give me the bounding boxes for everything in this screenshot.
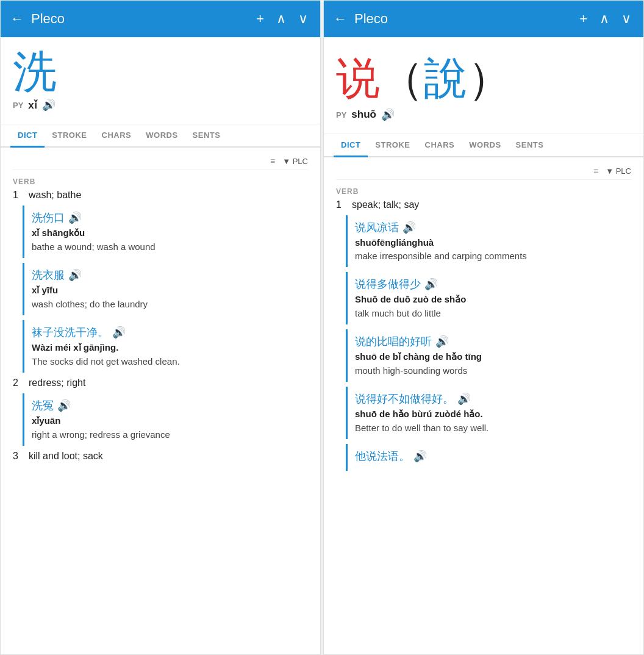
example-speaker-1-3-shuo[interactable]: 🔊	[435, 335, 449, 348]
example-chinese-2-1-xi: 洗冤 🔊	[32, 398, 308, 413]
pinyin-row-shuo: PY shuō 🔊	[336, 108, 631, 121]
example-chinese-1-3-xi: 袜子没洗干净。 🔊	[32, 325, 308, 340]
tab-words-shuo[interactable]: WORDS	[462, 134, 508, 156]
example-1-1-xi: 洗伤口 🔊 xǐ shāngkǒu bathe a wound; wash a …	[23, 206, 308, 258]
example-1-3-xi: 袜子没洗干净。 🔊 Wàzi méi xǐ gānjìng. The socks…	[23, 320, 308, 373]
content-shuo: ≡ ▼ PLC VERB 1 speak; talk; say 说风凉话 🔊 s…	[324, 157, 643, 654]
plus-button-xi[interactable]: +	[254, 11, 267, 27]
main-character-shuo: 说	[336, 56, 380, 100]
py-label-xi: PY	[13, 101, 23, 110]
filter-icon-shuo[interactable]: ≡	[593, 166, 598, 176]
example-char-1-3-shuo: 说的比唱的好听	[355, 334, 432, 349]
traditional-char-shuo: 說	[424, 49, 468, 108]
entry-number-1-xi: 1	[13, 190, 24, 201]
char-section-shuo: 说 （ 說 ） PY shuō 🔊	[324, 37, 643, 134]
tab-dict-shuo[interactable]: DICT	[334, 134, 368, 157]
filter-plc-xi[interactable]: ▼ PLC	[282, 157, 308, 166]
back-button-shuo[interactable]: ←	[334, 11, 347, 27]
filter-row-shuo: ≡ ▼ PLC	[336, 162, 631, 180]
example-translation-1-2-shuo: talk much but do little	[355, 307, 631, 320]
entry-1-xi: 1 wash; bathe	[13, 190, 308, 201]
example-translation-2-1-xi: right a wrong; redress a grievance	[32, 428, 308, 441]
up-button-shuo[interactable]: ∧	[597, 11, 612, 27]
example-pinyin-1-3-xi: Wàzi méi xǐ gānjìng.	[32, 342, 308, 353]
example-char-1-3-xi: 袜子没洗干净。	[32, 325, 109, 340]
filter-plc-shuo[interactable]: ▼ PLC	[606, 166, 631, 176]
example-translation-1-3-xi: The socks did not get washed clean.	[32, 355, 308, 368]
example-pinyin-1-3-shuo: shuō de bǐ chàng de hǎo tīng	[355, 351, 631, 362]
example-2-1-xi: 洗冤 🔊 xǐyuān right a wrong; redress a gri…	[23, 393, 308, 446]
filter-row-xi: ≡ ▼ PLC	[13, 152, 308, 170]
tab-chars-xi[interactable]: CHARS	[95, 124, 139, 146]
tab-words-xi[interactable]: WORDS	[138, 124, 185, 146]
example-chinese-1-1-shuo: 说风凉话 🔊	[355, 220, 631, 235]
example-1-4-shuo: 说得好不如做得好。 🔊 shuō de hǎo bùrú zuòdé hǎo. …	[346, 387, 631, 439]
down-button-xi[interactable]: ∨	[296, 11, 310, 27]
speaker-button-xi[interactable]: 🔊	[42, 98, 55, 112]
example-pinyin-2-1-xi: xǐyuān	[32, 415, 308, 426]
char-display-shuo: 说 （ 說 ）	[336, 49, 631, 108]
char-section-xi: 洗 PY xǐ 🔊	[1, 37, 320, 124]
tab-dict-xi[interactable]: DICT	[10, 124, 45, 148]
speaker-button-shuo[interactable]: 🔊	[381, 108, 395, 121]
tab-sents-shuo[interactable]: SENTS	[509, 134, 551, 156]
example-char-1-5-shuo: 他说法语。	[355, 449, 410, 464]
example-chinese-1-5-shuo: 他说法语。 🔊	[355, 449, 631, 464]
example-1-1-shuo: 说风凉话 🔊 shuōfēngliánghuà make irresponsib…	[346, 215, 631, 267]
pos-verb-xi: VERB	[13, 177, 308, 186]
example-speaker-1-3-xi[interactable]: 🔊	[112, 326, 126, 339]
app-container: ← Pleco + ∧ ∨ 洗 PY xǐ 🔊 DICT STROKE CHAR…	[0, 0, 644, 655]
tab-sents-xi[interactable]: SENTS	[185, 124, 228, 146]
example-pinyin-1-2-xi: xǐ yīfu	[32, 285, 308, 296]
example-speaker-2-1-xi[interactable]: 🔊	[57, 399, 71, 412]
pinyin-text-shuo: shuō	[351, 109, 376, 121]
pos-verb-shuo: VERB	[336, 187, 631, 196]
example-1-3-shuo: 说的比唱的好听 🔊 shuō de bǐ chàng de hǎo tīng m…	[346, 329, 631, 382]
py-label-shuo: PY	[336, 110, 346, 120]
pinyin-text-xi: xǐ	[28, 99, 37, 112]
filter-icon-xi[interactable]: ≡	[270, 156, 275, 166]
definition-2-xi: redress; right	[29, 378, 85, 388]
tab-stroke-shuo[interactable]: STROKE	[368, 134, 417, 156]
example-translation-1-1-shuo: make irresponsible and carping comments	[355, 249, 631, 262]
example-pinyin-1-1-xi: xǐ shāngkǒu	[32, 227, 308, 238]
content-xi: ≡ ▼ PLC VERB 1 wash; bathe 洗伤口 🔊 xǐ shān…	[1, 148, 320, 654]
tab-chars-shuo[interactable]: CHARS	[418, 134, 462, 156]
example-char-1-2-xi: 洗衣服	[32, 268, 65, 282]
plus-button-shuo[interactable]: +	[577, 11, 590, 27]
up-button-xi[interactable]: ∧	[274, 11, 288, 27]
tabs-shuo: DICT STROKE CHARS WORDS SENTS	[324, 134, 643, 157]
pinyin-row-xi: PY xǐ 🔊	[13, 98, 308, 112]
example-chinese-1-2-xi: 洗衣服 🔊	[32, 268, 308, 282]
panel-shuo: ← Pleco + ∧ ∨ 说 （ 說 ） PY shuō 🔊 DICT STR…	[323, 0, 644, 655]
example-translation-1-1-xi: bathe a wound; wash a wound	[32, 240, 308, 253]
example-speaker-1-2-xi[interactable]: 🔊	[68, 268, 82, 282]
example-speaker-1-4-shuo[interactable]: 🔊	[457, 392, 471, 406]
entry-number-2-xi: 2	[13, 378, 24, 388]
example-speaker-1-1-xi[interactable]: 🔊	[68, 211, 82, 224]
entry-1-shuo: 1 speak; talk; say	[336, 199, 631, 210]
definition-1-xi: wash; bathe	[29, 190, 81, 201]
tabs-xi: DICT STROKE CHARS WORDS SENTS	[1, 124, 320, 148]
definition-3-xi: kill and loot; sack	[29, 451, 103, 462]
example-chinese-1-1-xi: 洗伤口 🔊	[32, 210, 308, 225]
example-speaker-1-5-shuo[interactable]: 🔊	[413, 449, 427, 463]
entry-number-1-shuo: 1	[336, 199, 347, 210]
example-pinyin-1-4-shuo: shuō de hǎo bùrú zuòdé hǎo.	[355, 409, 631, 420]
app-title-xi: Pleco	[31, 11, 246, 27]
example-char-1-4-shuo: 说得好不如做得好。	[355, 392, 454, 406]
down-button-shuo[interactable]: ∨	[619, 11, 634, 27]
example-pinyin-1-1-shuo: shuōfēngliánghuà	[355, 237, 631, 248]
example-translation-1-3-shuo: mouth high-sounding words	[355, 364, 631, 377]
entry-number-3-xi: 3	[13, 451, 24, 462]
trad-open-paren: （	[380, 49, 424, 108]
example-speaker-1-2-shuo[interactable]: 🔊	[424, 277, 438, 291]
example-chinese-1-2-shuo: 说得多做得少 🔊	[355, 277, 631, 292]
example-char-2-1-xi: 洗冤	[32, 398, 54, 413]
example-char-1-1-shuo: 说风凉话	[355, 220, 399, 235]
tab-stroke-xi[interactable]: STROKE	[45, 124, 94, 146]
trad-close-paren: ）	[468, 49, 512, 108]
back-button-xi[interactable]: ←	[10, 11, 24, 27]
header-shuo: ← Pleco + ∧ ∨	[324, 1, 643, 37]
example-speaker-1-1-shuo[interactable]: 🔊	[402, 221, 416, 234]
